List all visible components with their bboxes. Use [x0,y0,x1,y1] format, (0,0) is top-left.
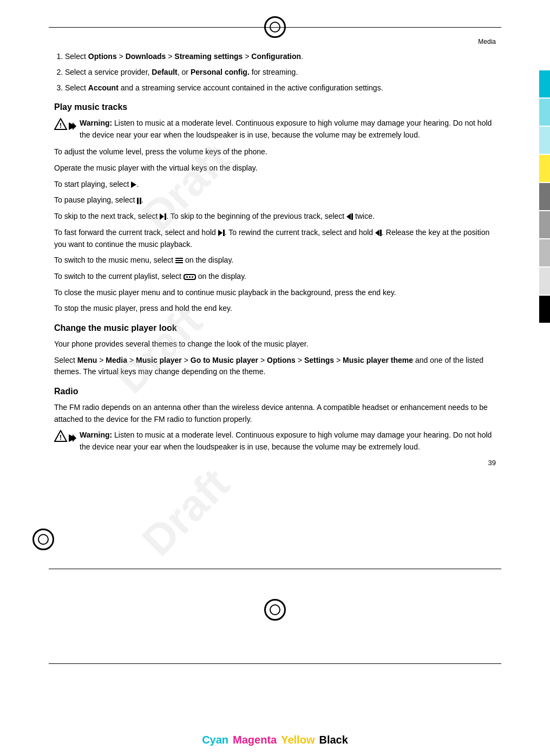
rewind-icon [375,230,382,236]
footer-rule [49,663,501,664]
cyan-label: Cyan [200,734,231,746]
gear-icon-bottom-left [32,529,54,550]
bottom-rule [49,569,501,569]
step1-config: Configuration [251,52,301,61]
header-label: Media [478,38,496,45]
warning-2-label: Warning: [80,431,112,439]
step1-text: Select Options > Downloads > Streaming s… [65,52,303,61]
page-header: Media [54,38,496,45]
step-3: Select Account and a streaming service a… [65,82,496,94]
settings-bold: Settings [304,356,334,364]
musicplayer-bold: Music player [136,356,182,364]
para-select-menu: Select Menu > Media > Music player > Go … [54,355,496,378]
step2-personal: Personal config. [191,68,250,76]
page-content: Media Select Options > Downloads > Strea… [0,0,550,494]
fastfwd-icon [218,230,225,236]
dots-icon [184,274,196,280]
svg-text:!: ! [60,434,62,441]
step2-default: Default [152,68,177,76]
warning-icon-2: ! [54,430,76,447]
step1-streaming: Streaming settings [174,52,243,61]
section-change-heading: Change the music player look [54,323,496,333]
steps-list: Select Options > Downloads > Streaming s… [65,51,496,94]
step1-options: Options [88,52,117,61]
black-label: Black [317,734,350,746]
page-number: 39 [54,459,496,467]
para-fastfwd: To fast forward the current track, selec… [54,227,496,250]
options-bold: Options [267,356,296,364]
para-operate: Operate the music player with the virtua… [54,162,496,174]
para-pause: To pause playing, select . [54,194,496,206]
media-bold: Media [106,356,127,364]
warning-block-1: ! Warning: Listen to music at a moderate… [54,118,496,141]
warning-1-text: Warning: Listen to music at a moderate l… [80,118,496,141]
color-footer: Cyan Magenta Yellow Black [0,724,550,756]
warning-2-text: Warning: Listen to music at a moderate l… [80,429,496,453]
section-play-heading: Play music tracks [54,102,496,112]
pause-icon [137,198,141,204]
menu-bold: Menu [77,356,97,364]
magenta-label: Magenta [231,734,279,746]
warning-block-2: ! Warning: Listen to music at a moderate… [54,429,496,453]
step1-downloads: Downloads [126,52,166,61]
skip-back-icon [346,213,353,220]
step3-text: Select Account and a streaming service a… [65,83,383,92]
para-skip: To skip to the next track, select . To s… [54,211,496,223]
warning-1-label: Warning: [80,119,112,127]
step2-text: Select a service provider, Default, or P… [65,68,298,76]
step-2: Select a service provider, Default, or P… [65,67,496,78]
gear-icon-bottom-center [264,599,286,621]
svg-marker-3 [73,122,76,130]
play-icon [131,181,136,188]
para-stop: To stop the music player, press and hold… [54,303,496,315]
para-themes: Your phone provides several themes to ch… [54,338,496,350]
svg-text:!: ! [60,122,62,129]
para-radio-desc: The FM radio depends on an antenna other… [54,402,496,425]
section-radio-heading: Radio [54,387,496,396]
warning-icon-1: ! [54,118,76,135]
goto-bold: Go to Music player [191,356,258,364]
theme-bold: Music player theme [343,356,413,364]
para-close-menu: To close the music player menu and to co… [54,287,496,299]
skip-fwd-icon [160,213,166,220]
step-1: Select Options > Downloads > Streaming s… [65,51,496,62]
svg-marker-7 [73,434,76,442]
para-playlist-switch: To switch to the current playlist, selec… [54,271,496,283]
para-play: To start playing, select . [54,179,496,191]
para-volume: To adjust the volume level, press the vo… [54,146,496,158]
step3-account: Account [88,83,119,92]
yellow-label: Yellow [279,734,317,746]
menu-icon [175,258,183,263]
para-menu-switch: To switch to the music menu, select on t… [54,255,496,266]
